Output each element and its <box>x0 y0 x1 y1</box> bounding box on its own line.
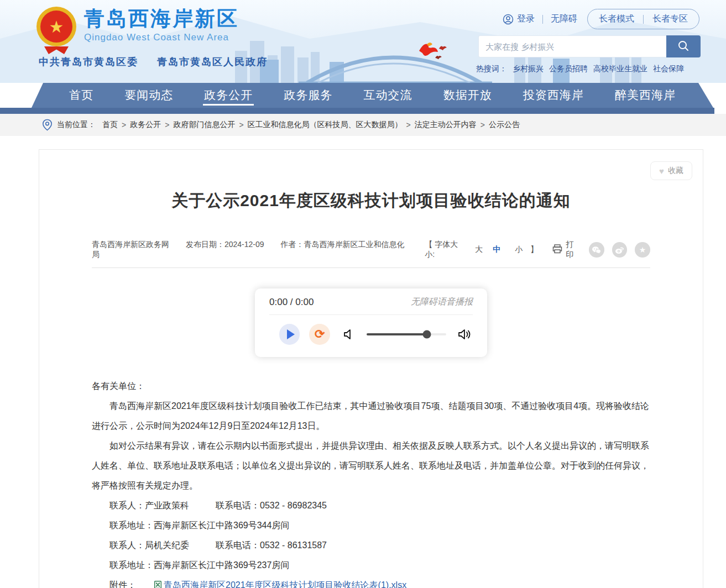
breadcrumb-separator: > <box>406 120 411 129</box>
hot-word[interactable]: 乡村振兴 <box>513 64 544 73</box>
page-title: 关于公示2021年度区级科技计划项目验收结论的通知 <box>92 190 650 212</box>
contact-line: 联系地址：西海岸新区长江中路369号344房间 <box>92 516 650 536</box>
search-bar <box>478 35 701 57</box>
elder-zone-link[interactable]: 长者专区 <box>652 13 688 25</box>
article-meta-right: 【 字体大小: 大 中 小 】 打印 ★ <box>425 240 650 260</box>
nav-item-open-data[interactable]: 数据开放 <box>442 85 493 106</box>
contact-line: 联系人：产业政策科 联系电话：0532 - 86982345 <box>92 496 650 516</box>
play-button[interactable] <box>279 324 300 345</box>
divider <box>542 15 543 24</box>
player-time: 0:00 / 0:00 <box>269 297 314 308</box>
print-button[interactable]: 打印 <box>552 240 581 260</box>
volume-max-icon[interactable] <box>457 328 473 341</box>
attachment-label: 附件： <box>109 580 136 588</box>
main-content: ♥ 收藏 关于公示2021年度区级科技计划项目验收结论的通知 青岛西海岸新区政务… <box>0 136 726 588</box>
hot-word[interactable]: 公务员招聘 <box>549 64 588 73</box>
player-caption: 无障碍语音播报 <box>411 296 473 308</box>
font-size-label-close: 】 <box>530 245 538 255</box>
hot-word[interactable]: 高校毕业生就业 <box>593 64 647 73</box>
article-meta-row: 青岛西海岸新区政务网 发布日期：2024-12-09 作者：青岛西海岸新区工业和… <box>92 240 650 268</box>
divider <box>643 15 644 24</box>
replay-button[interactable]: ⟳ <box>309 324 330 345</box>
hot-word[interactable]: 社会保障 <box>653 64 684 73</box>
search-icon <box>677 40 690 54</box>
volume-slider[interactable] <box>367 333 446 335</box>
breadcrumb-item-home[interactable]: 首页 <box>102 120 118 130</box>
font-size-label: 【 字体大小: <box>425 240 467 260</box>
breadcrumb-item-dept-info[interactable]: 政府部门信息公开 <box>173 120 235 130</box>
user-icon <box>503 14 514 25</box>
elder-mode-link[interactable]: 长者模式 <box>599 13 634 25</box>
breadcrumb-item-gov-disclosure[interactable]: 政务公开 <box>130 120 161 130</box>
nav-item-invest[interactable]: 投资西海岸 <box>522 85 585 106</box>
wechat-share-icon[interactable] <box>589 242 604 258</box>
nav-item-tourism[interactable]: 醉美西海岸 <box>614 85 677 106</box>
volume-slider-thumb[interactable] <box>423 330 431 339</box>
org-left: 中共青岛市黄岛区委 <box>39 56 138 67</box>
main-navigation: 首页 要闻动态 政务公开 政务服务 互动交流 数据开放 投资西海岸 醉美西海岸 <box>0 83 726 114</box>
salutation: 各有关单位： <box>92 376 650 396</box>
attachment-row: 附件：青岛西海岸新区2021年度区级科技计划项目验收结论表(1).xlsx <box>92 575 650 588</box>
nav-bottom-strip <box>0 108 714 114</box>
elder-pill: 长者模式 长者专区 <box>587 9 699 29</box>
breadcrumb-item-bureau[interactable]: 区工业和信息化局（区科技局、区大数据局） <box>248 120 403 130</box>
tts-audio-player: 0:00 / 0:00 无障碍语音播报 ⟳ <box>255 288 487 357</box>
site-header: ★ 青岛西海岸新区 Qingdao West Coast New Area 中共… <box>0 0 726 83</box>
printer-icon <box>552 244 562 255</box>
breadcrumb: 当前位置： 首页 > 政务公开 > 政府部门信息公开 > 区工业和信息化局（区科… <box>0 114 726 136</box>
play-icon <box>287 329 295 339</box>
excel-file-icon <box>136 576 162 588</box>
hot-search-label: 热搜词： <box>476 64 507 73</box>
print-label: 打印 <box>566 240 581 260</box>
font-size-medium-button[interactable]: 中 <box>493 245 500 255</box>
accessibility-link[interactable]: 无障碍 <box>551 13 577 25</box>
font-size-small-button[interactable]: 小 <box>515 245 523 255</box>
contact-line: 联系人：局机关纪委 联系电话：0532 - 86131587 <box>92 536 650 555</box>
breadcrumb-separator: > <box>122 120 126 129</box>
breadcrumb-item-statutory[interactable]: 法定主动公开内容 <box>415 120 477 130</box>
site-name-en: Qingdao West Coast New Area <box>84 31 239 44</box>
heart-icon: ♥ <box>659 166 664 176</box>
paragraph: 青岛西海岸新区2021年度区级科技计划项目验收工作已结束，其中通过验收项目75项… <box>92 396 650 436</box>
nav-item-interaction[interactable]: 互动交流 <box>363 85 414 106</box>
contact-line: 联系地址：西海岸新区长江中路369号237房间 <box>92 555 650 575</box>
volume-min-icon[interactable] <box>342 328 356 341</box>
publish-date: 发布日期：2024-12-09 <box>186 240 264 249</box>
breadcrumb-separator: > <box>480 120 485 129</box>
breadcrumb-separator: > <box>239 120 243 129</box>
favorite-label: 收藏 <box>668 166 683 176</box>
org-right: 青岛市黄岛区人民政府 <box>157 56 268 67</box>
small-bird-icon <box>435 54 442 60</box>
favorite-star-icon[interactable]: ★ <box>635 242 650 258</box>
weibo-share-icon[interactable] <box>612 242 628 258</box>
nav-item-gov-disclosure[interactable]: 政务公开 <box>203 85 254 106</box>
favorite-button[interactable]: ♥ 收藏 <box>650 161 692 180</box>
player-divider <box>269 314 473 315</box>
attachment-link[interactable]: 青岛西海岸新区2021年度区级科技计划项目验收结论表(1).xlsx <box>164 580 406 588</box>
nav-item-home[interactable]: 首页 <box>68 85 95 106</box>
nav-item-gov-services[interactable]: 政务服务 <box>283 85 333 106</box>
location-pin-icon <box>42 119 53 131</box>
search-input[interactable] <box>478 35 666 57</box>
hot-search-row: 热搜词：乡村振兴公务员招聘高校毕业生就业社会保障 <box>476 64 684 74</box>
breadcrumb-label: 当前位置： <box>57 120 96 130</box>
paragraph: 如对公示结果有异议，请在公示期内以书面形式提出，并提供异议理由、相关依据及反映人… <box>92 436 650 496</box>
nav-item-news[interactable]: 要闻动态 <box>123 85 174 106</box>
utility-bar: 登录 无障碍 长者模式 长者专区 <box>503 9 699 29</box>
article-body: 各有关单位： 青岛西海岸新区2021年度区级科技计划项目验收工作已结束，其中通过… <box>92 376 650 588</box>
breadcrumb-separator: > <box>165 120 169 129</box>
article-card: ♥ 收藏 关于公示2021年度区级科技计划项目验收结论的通知 青岛西海岸新区政务… <box>39 149 703 588</box>
breadcrumb-item-notices[interactable]: 公示公告 <box>489 120 520 130</box>
article-source: 青岛西海岸新区政务网 <box>92 240 169 249</box>
site-logo: ★ 青岛西海岸新区 Qingdao West Coast New Area <box>36 7 239 57</box>
search-button[interactable] <box>666 35 701 57</box>
replay-icon: ⟳ <box>315 327 325 342</box>
national-emblem-icon: ★ <box>36 7 76 57</box>
login-link[interactable]: 登录 <box>517 13 535 25</box>
font-size-large-button[interactable]: 大 <box>475 245 483 255</box>
star-glyph: ★ <box>639 245 646 254</box>
site-name: 青岛西海岸新区 <box>84 7 239 31</box>
small-bird-icon <box>438 44 447 51</box>
article-meta-left: 青岛西海岸新区政务网 发布日期：2024-12-09 作者：青岛西海岸新区工业和… <box>92 240 425 260</box>
org-names: 中共青岛市黄岛区委青岛市黄岛区人民政府 <box>39 55 268 69</box>
